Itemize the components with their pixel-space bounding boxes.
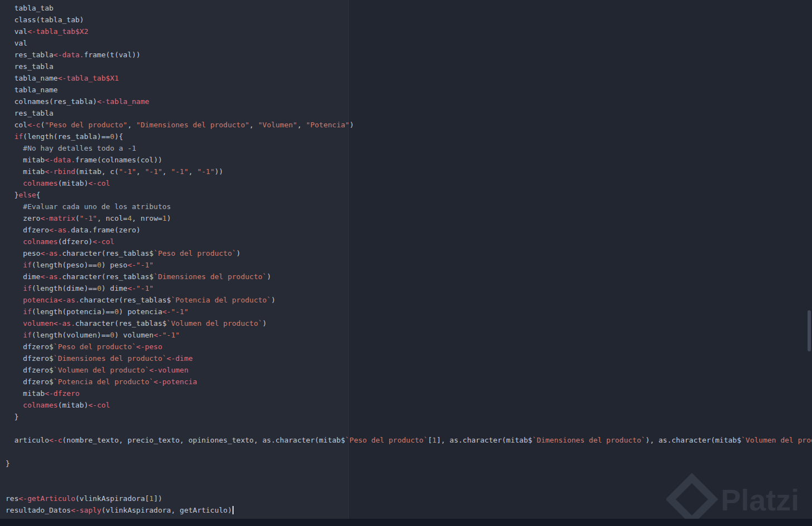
- code-token: colnames(res_tabla): [6, 97, 97, 106]
- code-line[interactable]: tabla_name<-tabla_tab$X1: [6, 72, 812, 84]
- code-token: "-1": [171, 307, 188, 316]
- code-line[interactable]: }: [6, 411, 812, 423]
- code-line[interactable]: res_tabla: [6, 107, 812, 119]
- code-line[interactable]: }else{: [6, 189, 812, 201]
- code-line[interactable]: tabla_name: [6, 84, 812, 96]
- code-line[interactable]: val<-tabla_tab$X2: [6, 26, 812, 37]
- code-token: `Potencia del producto`: [171, 296, 271, 304]
- code-line[interactable]: articulo<-c(nombre_texto, precio_texto, …: [6, 434, 812, 446]
- code-token: colnames: [23, 237, 58, 246]
- code-token: (vlinkAspiradora[: [75, 494, 149, 503]
- code-token: {: [36, 191, 41, 199]
- code-token: }: [6, 459, 10, 468]
- code-token: <-col: [88, 179, 110, 187]
- code-line[interactable]: }: [6, 458, 812, 469]
- code-token: (mitab): [58, 401, 88, 409]
- code-token: dfzero$: [6, 366, 53, 374]
- code-line[interactable]: dfzero<-as.data.frame(zero): [6, 224, 812, 236]
- code-line[interactable]: mitab<-rbind(mitab, c("-1", "-1", "-1", …: [6, 166, 812, 177]
- code-token: (vlinkAspiradora, getArticulo): [101, 506, 232, 514]
- code-token: <-tabla_tab$X2: [27, 27, 88, 36]
- code-token: `Peso del producto`: [345, 436, 428, 444]
- code-token: if: [23, 331, 32, 339]
- code-token: <-volumen: [149, 366, 188, 374]
- code-token: ), as.character(mitab$: [646, 436, 741, 444]
- code-line[interactable]: dfzero$`Potencia del producto`<-potencia: [6, 376, 812, 388]
- code-token: [6, 261, 23, 269]
- code-line[interactable]: if(length(dime)==0) dime<-"-1": [6, 282, 812, 294]
- code-line[interactable]: #Evaluar cada uno de los atributos: [6, 201, 812, 212]
- code-token: "-1": [171, 167, 188, 176]
- code-line[interactable]: tabla_tab: [6, 2, 812, 14]
- code-token: `Dimensiones del producto`: [532, 436, 646, 444]
- code-line[interactable]: if(length(peso)==0) peso<-"-1": [6, 259, 812, 271]
- code-line[interactable]: colnames(mitab)<-col: [6, 399, 812, 411]
- code-token: articulo: [6, 436, 49, 444]
- code-token: class(tabla_tab): [6, 16, 84, 24]
- code-token: "-1": [80, 214, 97, 222]
- code-line[interactable]: colnames(dfzero)<-col: [6, 236, 812, 247]
- code-line[interactable]: #No hay detalles todo a -1: [6, 142, 812, 154]
- code-token: <-as.: [49, 226, 71, 234]
- vertical-scrollbar-thumb[interactable]: [808, 310, 811, 351]
- code-editor[interactable]: tabla_tab class(tabla_tab) val<-tabla_ta…: [0, 0, 812, 526]
- code-line[interactable]: if(length(res_tabla)==0){: [6, 131, 812, 142]
- code-line[interactable]: potencia<-as.character(res_tablas$`Poten…: [6, 294, 812, 306]
- code-token: mitab: [6, 156, 44, 164]
- code-token: data.frame(zero): [71, 226, 140, 234]
- code-line[interactable]: [6, 446, 812, 458]
- code-token: <-tabla_tab$X1: [58, 74, 119, 82]
- code-token: ){: [115, 132, 123, 141]
- code-line[interactable]: dfzero$`Peso del producto`<-peso: [6, 341, 812, 353]
- code-token: tabla_name: [6, 74, 58, 82]
- code-line[interactable]: if(length(volumen)==0) volumen<-"-1": [6, 329, 812, 341]
- code-line[interactable]: res_tabla: [6, 61, 812, 72]
- code-line[interactable]: colnames(res_tabla)<-tabla_name: [6, 96, 812, 107]
- code-token: character(res_tablas$: [80, 296, 171, 304]
- code-token: (mitab, c(: [75, 167, 118, 176]
- code-line[interactable]: res_tabla<-data.frame(t(val)): [6, 49, 812, 61]
- code-line[interactable]: col<-c("Peso del producto", "Dimensiones…: [6, 119, 812, 131]
- code-line[interactable]: [6, 423, 812, 434]
- code-line[interactable]: class(tabla_tab): [6, 14, 812, 26]
- code-token: <-rbind: [44, 167, 75, 176]
- code-token: [6, 307, 23, 316]
- code-token: (: [75, 214, 80, 222]
- code-token: [6, 296, 23, 304]
- code-token: #No hay detalles todo a -1: [6, 144, 136, 152]
- code-token: "Volumen": [258, 121, 297, 129]
- code-token: (length(potencia)==: [32, 307, 115, 316]
- code-line[interactable]: [6, 481, 812, 493]
- code-line[interactable]: peso<-as.character(res_tablas$`Peso del …: [6, 247, 812, 259]
- code-line[interactable]: colnames(mitab)<-col: [6, 177, 812, 189]
- code-token: res_tabla: [6, 62, 53, 71]
- code-line[interactable]: resultado_Datos<-saply(vlinkAspiradora, …: [6, 504, 812, 516]
- code-line[interactable]: zero<-matrix("-1", ncol=4, nrow=1): [6, 212, 812, 224]
- code-line[interactable]: res<-getArticulo(vlinkAspiradora[1]): [6, 493, 812, 504]
- code-token: res: [6, 494, 18, 503]
- code-line[interactable]: dfzero$`Volumen del producto`<-volumen: [6, 364, 812, 376]
- code-token: dfzero: [6, 226, 49, 234]
- code-line[interactable]: volumen<-as.character(res_tablas$`Volume…: [6, 317, 812, 329]
- code-token: }: [6, 413, 18, 421]
- code-token: ,: [249, 121, 258, 129]
- code-token: ) peso: [101, 261, 127, 269]
- code-line[interactable]: mitab<-dfzero: [6, 388, 812, 399]
- code-token: `Volumen del producto`: [53, 366, 149, 374]
- code-token: ,: [162, 167, 171, 176]
- code-token: }: [6, 191, 18, 199]
- code-token: <-as.: [41, 272, 62, 281]
- code-line[interactable]: val: [6, 37, 812, 49]
- code-line[interactable]: if(length(potencia)==0) potencia<-"-1": [6, 306, 812, 317]
- code-token: <-saply: [71, 506, 101, 514]
- code-token: if: [14, 132, 23, 141]
- code-line[interactable]: [6, 469, 812, 481]
- code-token: `Dimensiones del producto`: [154, 272, 267, 281]
- code-line[interactable]: dfzero$`Dimensiones del producto`<-dime: [6, 353, 812, 364]
- code-line[interactable]: dime<-as.character(res_tablas$`Dimension…: [6, 271, 812, 282]
- code-token: dfzero$: [6, 354, 53, 363]
- code-token: "-1": [136, 261, 154, 269]
- code-line[interactable]: mitab<-data.frame(colnames(col)): [6, 154, 812, 166]
- code-token: <-tabla_name: [97, 97, 149, 106]
- code-token: val: [6, 39, 27, 47]
